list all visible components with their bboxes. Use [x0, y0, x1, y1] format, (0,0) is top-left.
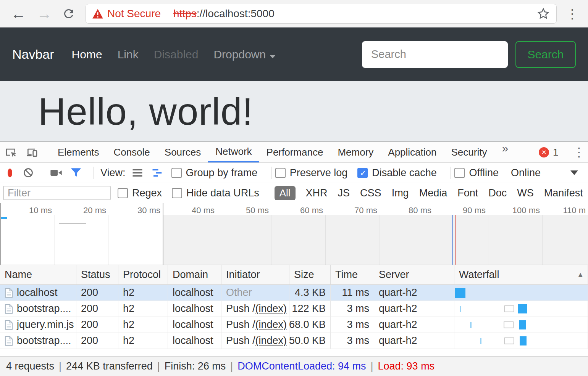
- column-header-size[interactable]: Size: [289, 265, 331, 285]
- cell-protocol[interactable]: h2: [118, 285, 168, 301]
- filter-type-media[interactable]: Media: [419, 187, 447, 199]
- cell-server[interactable]: quart-h2: [374, 333, 454, 349]
- cell-domain[interactable]: localhost: [168, 285, 221, 301]
- back-button[interactable]: ←: [11, 6, 26, 21]
- disable-cache-label[interactable]: Disable cache: [372, 167, 437, 179]
- network-filter-input[interactable]: [3, 186, 111, 200]
- nav-link-link[interactable]: Link: [118, 48, 139, 61]
- filter-type-css[interactable]: CSS: [360, 187, 381, 199]
- view-list-button[interactable]: [132, 168, 143, 178]
- tab-memory[interactable]: Memory: [330, 142, 381, 162]
- cell-waterfall[interactable]: [454, 301, 588, 317]
- cell-status[interactable]: 200: [76, 317, 118, 333]
- bookmark-star-icon[interactable]: [536, 7, 550, 21]
- filter-type-all[interactable]: All: [275, 186, 296, 200]
- initiator-link[interactable]: (index): [255, 319, 287, 331]
- preserve-log-checkbox[interactable]: [275, 168, 286, 178]
- column-header-time[interactable]: Time: [331, 265, 374, 285]
- cell-size[interactable]: 122 KB: [289, 301, 331, 317]
- cell-status[interactable]: 200: [76, 333, 118, 349]
- group-by-frame-label[interactable]: Group by frame: [186, 167, 258, 179]
- cell-initiator[interactable]: Push / (index): [221, 301, 289, 317]
- filter-type-xhr[interactable]: XHR: [306, 187, 328, 199]
- cell-status[interactable]: 200: [76, 301, 118, 317]
- tab-elements[interactable]: Elements: [50, 142, 106, 162]
- browser-menu-icon[interactable]: ⋮: [566, 7, 579, 20]
- cell-domain[interactable]: localhost: [168, 333, 221, 349]
- tab-application[interactable]: Application: [381, 142, 444, 162]
- column-header-name[interactable]: Name: [0, 265, 76, 285]
- error-count[interactable]: 1: [553, 146, 558, 158]
- navbar-brand[interactable]: Navbar: [12, 47, 54, 62]
- filter-type-font[interactable]: Font: [457, 187, 478, 199]
- record-button[interactable]: [8, 169, 12, 177]
- overview-left-grip[interactable]: [0, 203, 1, 265]
- cell-size[interactable]: 4.3 KB: [289, 285, 331, 301]
- screenshot-capture-button[interactable]: [50, 168, 62, 178]
- cell-protocol[interactable]: h2: [118, 333, 168, 349]
- offline-label[interactable]: Offline: [469, 167, 499, 179]
- tab-security[interactable]: Security: [444, 142, 494, 162]
- cell-status[interactable]: 200: [76, 285, 118, 301]
- cell-size[interactable]: 68.0 KB: [289, 317, 331, 333]
- reload-button[interactable]: [62, 7, 76, 21]
- initiator-link[interactable]: (index): [255, 303, 287, 315]
- preserve-log-label[interactable]: Preserve log: [290, 167, 348, 179]
- regex-checkbox[interactable]: [118, 188, 128, 198]
- cell-initiator[interactable]: Push / (index): [221, 317, 289, 333]
- inspect-element-button[interactable]: [0, 142, 21, 162]
- cell-initiator[interactable]: Other: [221, 285, 289, 301]
- tab-sources[interactable]: Sources: [157, 142, 208, 162]
- forward-button[interactable]: →: [37, 6, 52, 21]
- cell-domain[interactable]: localhost: [168, 301, 221, 317]
- cell-waterfall[interactable]: [454, 333, 588, 349]
- cell-time[interactable]: 11 ms: [331, 285, 374, 301]
- cell-waterfall[interactable]: [454, 317, 588, 333]
- devtools-menu-icon[interactable]: ⋮: [573, 145, 585, 159]
- url-text[interactable]: https://localhost:5000: [173, 8, 275, 20]
- column-header-waterfall[interactable]: Waterfall ▲: [454, 265, 588, 285]
- tab-performance[interactable]: Performance: [259, 142, 331, 162]
- cell-size[interactable]: 50.0 KB: [289, 333, 331, 349]
- cell-time[interactable]: 3 ms: [331, 317, 374, 333]
- cell-time[interactable]: 3 ms: [331, 333, 374, 349]
- tab-network[interactable]: Network: [208, 142, 259, 162]
- device-toolbar-button[interactable]: [21, 142, 43, 162]
- clear-button[interactable]: [23, 167, 34, 178]
- network-overview-timeline[interactable]: 10 ms 20 ms 30 ms 40 ms 50 ms 60 ms 70 m…: [0, 203, 588, 265]
- column-header-server[interactable]: Server: [374, 265, 454, 285]
- filter-type-doc[interactable]: Doc: [488, 187, 507, 199]
- overview-right-grip[interactable]: [163, 203, 163, 265]
- error-badge-icon[interactable]: ✕: [539, 147, 549, 157]
- cell-name[interactable]: bootstrap....: [0, 301, 76, 317]
- show-overview-button[interactable]: [152, 168, 163, 178]
- cell-protocol[interactable]: h2: [118, 317, 168, 333]
- filter-type-ws[interactable]: WS: [517, 187, 534, 199]
- filter-type-img[interactable]: Img: [392, 187, 409, 199]
- cell-initiator[interactable]: Push / (index): [221, 333, 289, 349]
- cell-server[interactable]: quart-h2: [374, 285, 454, 301]
- column-header-status[interactable]: Status: [76, 265, 118, 285]
- offline-checkbox[interactable]: [454, 168, 465, 178]
- column-header-initiator[interactable]: Initiator: [221, 265, 289, 285]
- disable-cache-checkbox[interactable]: [357, 168, 368, 178]
- cell-time[interactable]: 3 ms: [331, 301, 374, 317]
- throttling-dropdown[interactable]: Online: [511, 167, 588, 179]
- filter-type-manifest[interactable]: Manifest: [544, 187, 583, 199]
- address-bar[interactable]: Not Secure https://localhost:5000: [86, 4, 557, 24]
- cell-name[interactable]: bootstrap....: [0, 333, 76, 349]
- cell-name[interactable]: localhost: [0, 285, 76, 301]
- filter-toggle-button[interactable]: [71, 168, 81, 178]
- hide-data-urls-checkbox[interactable]: [172, 188, 182, 198]
- column-header-protocol[interactable]: Protocol: [118, 265, 168, 285]
- cell-server[interactable]: quart-h2: [374, 301, 454, 317]
- group-by-frame-checkbox[interactable]: [171, 168, 182, 178]
- cell-protocol[interactable]: h2: [118, 301, 168, 317]
- nav-link-home[interactable]: Home: [72, 48, 102, 61]
- regex-label[interactable]: Regex: [132, 187, 162, 199]
- more-tabs-button[interactable]: »: [494, 142, 516, 162]
- cell-waterfall[interactable]: [454, 285, 588, 301]
- tab-console[interactable]: Console: [106, 142, 157, 162]
- nav-link-dropdown[interactable]: Dropdown: [213, 48, 276, 61]
- cell-domain[interactable]: localhost: [168, 317, 221, 333]
